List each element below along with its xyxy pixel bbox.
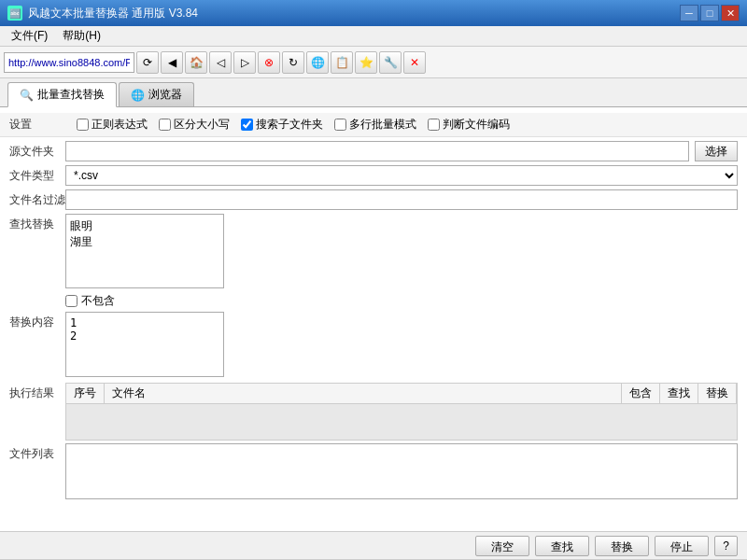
replace-content-area: 1 2 bbox=[65, 312, 738, 380]
main-content: 设置 正则表达式 区分大小写 搜索子文件夹 多行批量模式 判断文件编码 源文件夹… bbox=[0, 107, 747, 531]
checkbox-subdir-input[interactable] bbox=[241, 119, 253, 131]
source-file-content: 选择 bbox=[65, 141, 738, 161]
replace-button[interactable]: 替换 bbox=[595, 536, 649, 556]
file-type-label: 文件类型 bbox=[9, 168, 65, 184]
file-filter-row: 文件名过滤 bbox=[9, 189, 738, 210]
checkbox-regex-input[interactable] bbox=[77, 119, 89, 131]
file-type-select[interactable]: *.csv bbox=[65, 165, 738, 186]
bottom-bar: 清空 查找 替换 停止 ? bbox=[0, 531, 747, 559]
titlebar: 🔤 风越文本批量替换器 通用版 V3.84 ─ □ ✕ bbox=[0, 0, 747, 26]
tab-browser[interactable]: 🌐 浏览器 bbox=[119, 82, 194, 106]
replace-textarea[interactable]: 1 2 bbox=[65, 312, 224, 377]
app-icon: 🔤 bbox=[7, 6, 22, 21]
toolbar-btn-next[interactable]: ▷ bbox=[233, 51, 256, 74]
clear-button[interactable]: 清空 bbox=[475, 536, 529, 556]
toolbar: ⟳ ◀ 🏠 ◁ ▷ ⊗ ↻ 🌐 📋 ⭐ 🔧 ✕ bbox=[0, 47, 747, 78]
toolbar-url-input[interactable] bbox=[4, 52, 134, 73]
checkbox-subdir[interactable]: 搜索子文件夹 bbox=[241, 117, 323, 133]
file-filter-input[interactable] bbox=[65, 189, 738, 210]
file-list-section: 文件列表 bbox=[9, 443, 738, 499]
menu-help[interactable]: 帮助(H) bbox=[55, 26, 108, 46]
toolbar-btn-web[interactable]: 🌐 bbox=[306, 51, 329, 74]
titlebar-left: 🔤 风越文本批量替换器 通用版 V3.84 bbox=[7, 6, 198, 21]
result-header: 序号 文件名 包含 查找 替换 bbox=[65, 383, 738, 403]
toolbar-btn-1[interactable]: ⟳ bbox=[136, 51, 159, 74]
replace-section: 替换内容 1 2 bbox=[9, 312, 738, 380]
search-button[interactable]: 查找 bbox=[535, 536, 589, 556]
close-button[interactable]: ✕ bbox=[721, 5, 740, 21]
toolbar-btn-stop[interactable]: ⊗ bbox=[258, 51, 280, 74]
checkbox-multiline[interactable]: 多行批量模式 bbox=[334, 117, 416, 133]
col-search: 查找 bbox=[660, 384, 698, 403]
result-section: 执行结果 序号 文件名 包含 查找 替换 bbox=[9, 383, 738, 441]
toolbar-btn-star[interactable]: ⭐ bbox=[355, 51, 377, 74]
query-replace-label: 查找替换 bbox=[9, 214, 65, 232]
toolbar-btn-copy[interactable]: 📋 bbox=[331, 51, 353, 74]
file-type-row: 文件类型 *.csv bbox=[9, 165, 738, 186]
checkbox-case[interactable]: 区分大小写 bbox=[159, 117, 230, 133]
file-filter-content bbox=[65, 189, 738, 210]
source-file-row: 源文件夹 选择 bbox=[9, 141, 738, 161]
file-list-area[interactable] bbox=[65, 443, 738, 499]
batch-replace-icon: 🔍 bbox=[20, 89, 34, 102]
source-file-label: 源文件夹 bbox=[9, 144, 65, 160]
file-list-content bbox=[65, 443, 738, 499]
col-filename: 文件名 bbox=[105, 384, 622, 403]
settings-label: 设置 bbox=[9, 117, 65, 133]
result-body bbox=[65, 403, 738, 441]
titlebar-title: 风越文本批量替换器 通用版 V3.84 bbox=[28, 6, 198, 21]
checkbox-encoding-input[interactable] bbox=[428, 119, 440, 131]
no-include-row: 不包含 bbox=[65, 293, 738, 309]
checkbox-regex[interactable]: 正则表达式 bbox=[77, 117, 148, 133]
query-section: 查找替换 眼明 湖里 不包含 bbox=[9, 214, 738, 309]
tabs: 🔍 批量查找替换 🌐 浏览器 bbox=[0, 78, 747, 107]
toolbar-btn-gear[interactable]: 🔧 bbox=[379, 51, 402, 74]
query-textarea[interactable]: 眼明 湖里 bbox=[65, 214, 224, 288]
menu-file[interactable]: 文件(F) bbox=[4, 26, 55, 46]
no-include-checkbox[interactable] bbox=[65, 295, 78, 307]
checkbox-encoding[interactable]: 判断文件编码 bbox=[428, 117, 510, 133]
file-filter-label: 文件名过滤 bbox=[9, 192, 65, 208]
tab-batch-replace[interactable]: 🔍 批量查找替换 bbox=[7, 82, 117, 107]
source-file-input[interactable] bbox=[65, 141, 689, 161]
col-contains: 包含 bbox=[622, 384, 660, 403]
menubar: 文件(F) 帮助(H) bbox=[0, 26, 747, 47]
browser-icon: 🌐 bbox=[131, 89, 145, 102]
toolbar-btn-refresh[interactable]: ↻ bbox=[282, 51, 304, 74]
query-replace-content: 眼明 湖里 不包含 bbox=[65, 214, 738, 309]
select-folder-button[interactable]: 选择 bbox=[695, 141, 738, 161]
settings-row: 设置 正则表达式 区分大小写 搜索子文件夹 多行批量模式 判断文件编码 bbox=[0, 113, 747, 137]
checkbox-case-input[interactable] bbox=[159, 119, 171, 131]
toolbar-btn-back[interactable]: ◀ bbox=[161, 51, 183, 74]
minimize-button[interactable]: ─ bbox=[680, 5, 698, 21]
result-label: 执行结果 bbox=[9, 383, 65, 401]
toolbar-btn-home[interactable]: 🏠 bbox=[185, 51, 207, 74]
toolbar-btn-close[interactable]: ✕ bbox=[403, 51, 426, 74]
stop-button[interactable]: 停止 bbox=[655, 536, 709, 556]
toolbar-btn-prev[interactable]: ◁ bbox=[209, 51, 232, 74]
help-button[interactable]: ? bbox=[714, 536, 738, 556]
col-replace: 替换 bbox=[698, 384, 737, 403]
col-index: 序号 bbox=[66, 384, 105, 403]
replace-content-label: 替换内容 bbox=[9, 312, 65, 330]
maximize-button[interactable]: □ bbox=[700, 5, 719, 21]
result-content: 序号 文件名 包含 查找 替换 bbox=[65, 383, 738, 441]
titlebar-controls: ─ □ ✕ bbox=[680, 5, 740, 21]
no-include-label: 不包含 bbox=[81, 293, 115, 309]
file-type-content: *.csv bbox=[65, 165, 738, 186]
file-list-label: 文件列表 bbox=[9, 443, 65, 462]
checkbox-multiline-input[interactable] bbox=[334, 119, 346, 131]
